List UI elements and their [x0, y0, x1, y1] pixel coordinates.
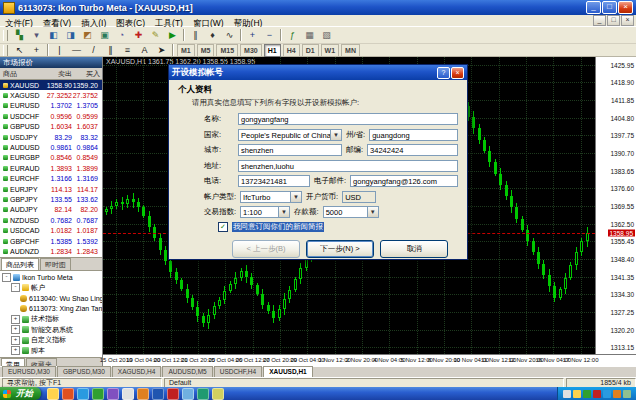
chevron-down-icon[interactable]: ▼	[278, 207, 289, 217]
navigator-node[interactable]: +自定义指标	[2, 335, 102, 346]
chart-tab[interactable]: GBPUSD,M30	[57, 366, 111, 377]
taskbar-app-icon[interactable]	[197, 388, 209, 400]
fibonacci-icon[interactable]: ≡	[119, 42, 136, 58]
child-minimize-button[interactable]: _	[593, 15, 606, 26]
timeframe-button-m5[interactable]: M5	[197, 44, 215, 57]
zoom-in-icon[interactable]: +	[244, 27, 261, 43]
templates-icon[interactable]: ▧	[318, 27, 335, 43]
navigator-node[interactable]: +脚本	[2, 346, 102, 357]
chart-price-axis[interactable]: 1425.951418.901411.851404.801397.751390.…	[595, 57, 636, 354]
market-watch-row[interactable]: EURJPY114.13114.17	[0, 184, 102, 194]
taskbar-app-icon[interactable]	[92, 388, 104, 400]
candlestick-icon[interactable]: ♦	[204, 27, 221, 43]
child-close-button[interactable]: ×	[621, 15, 634, 26]
chevron-down-icon[interactable]: ▼	[290, 192, 301, 202]
chart-tab[interactable]: XAGUSD,H4	[112, 366, 162, 377]
cursor-icon[interactable]: ↖	[11, 42, 28, 58]
taskbar-app-icon[interactable]	[107, 388, 119, 400]
menu-item[interactable]: 工具(T)	[150, 18, 188, 28]
address-field[interactable]: shenzhen,luohu	[238, 160, 458, 172]
restore-button[interactable]: □	[602, 1, 617, 14]
arrows-icon[interactable]: ➤	[153, 42, 170, 58]
tray-icon[interactable]	[593, 390, 601, 398]
navigator-node[interactable]: -帐户	[2, 283, 102, 294]
tray-icon[interactable]	[623, 390, 631, 398]
market-watch-row[interactable]: GBPCHF1.53851.5392	[0, 236, 102, 246]
navigator-node[interactable]: +智能交易系统	[2, 325, 102, 336]
crosshair-icon[interactable]: +	[28, 42, 45, 58]
tree-expand-icon[interactable]: +	[11, 325, 20, 334]
market-watch-row[interactable]: GBPJPY133.55133.62	[0, 194, 102, 204]
data-window-icon[interactable]: ◨	[62, 27, 79, 43]
name-field[interactable]: gongyangfang	[238, 113, 458, 125]
taskbar-app-icon[interactable]	[122, 388, 134, 400]
tray-icon[interactable]	[603, 390, 611, 398]
menu-item[interactable]: 插入(I)	[76, 18, 111, 28]
vertical-line-icon[interactable]: |	[51, 42, 68, 58]
email-field[interactable]: gongyangfang@126.com	[350, 175, 458, 187]
chart-tab[interactable]: XAUUSD,H1	[263, 366, 313, 377]
timeframe-button-m15[interactable]: M15	[216, 44, 238, 57]
navigator-account-item[interactable]: 6113040: Wu Shao Ling	[2, 293, 102, 304]
tray-icon[interactable]	[563, 390, 571, 398]
trendline-icon[interactable]: /	[85, 42, 102, 58]
line-chart-icon[interactable]: ∿	[221, 27, 238, 43]
menu-item[interactable]: 文件(F)	[0, 18, 38, 28]
market-watch-row[interactable]: AUDJPY82.1482.20	[0, 205, 102, 215]
chart-tab[interactable]: EURUSD,M30	[2, 366, 56, 377]
tray-icon[interactable]	[583, 390, 591, 398]
market-watch-row[interactable]: EURUSD1.37021.3705	[0, 101, 102, 111]
next-button[interactable]: 下一步(N) >	[306, 240, 374, 258]
minimize-button[interactable]: _	[586, 1, 601, 14]
dialog-close-icon[interactable]: ×	[451, 67, 464, 79]
dialog-help-button[interactable]: ?	[437, 67, 450, 79]
timeframe-button-m30[interactable]: M30	[240, 44, 262, 57]
channel-icon[interactable]: ∥	[102, 42, 119, 58]
periods-icon[interactable]: ▦	[301, 27, 318, 43]
timeframe-button-m1[interactable]: M1	[177, 44, 195, 57]
newsletter-checkbox-label[interactable]: 我同意订阅你们的新闻简报	[232, 222, 324, 232]
taskbar-app-icon[interactable]	[182, 388, 194, 400]
market-watch-row[interactable]: XAGUSD27.325227.3752	[0, 90, 102, 100]
close-button[interactable]: ×	[618, 1, 633, 14]
city-field[interactable]: shenzhen	[238, 144, 342, 156]
chevron-down-icon[interactable]: ▼	[330, 130, 341, 140]
timeframe-button-mn[interactable]: MN	[341, 44, 360, 57]
newsletter-checkbox[interactable]: ✓	[218, 222, 228, 232]
menu-item[interactable]: 查看(V)	[38, 18, 76, 28]
taskbar-app-icon[interactable]	[47, 388, 59, 400]
navigator-root[interactable]: -Ikon Turbo Meta	[2, 272, 102, 283]
menu-item[interactable]: 图表(C)	[111, 18, 150, 28]
zoom-out-icon[interactable]: −	[261, 27, 278, 43]
market-watch-row[interactable]: AUDNZD1.28341.2843	[0, 246, 102, 256]
indicators-icon[interactable]: ƒ	[284, 27, 301, 43]
metaeditor-icon[interactable]: ✎	[147, 27, 164, 43]
bar-chart-icon[interactable]: ∥	[187, 27, 204, 43]
tray-icon[interactable]	[613, 390, 621, 398]
phone-field[interactable]: 13723421481	[238, 175, 310, 187]
status-profile[interactable]: Default	[164, 378, 564, 388]
state-field[interactable]: guangdong	[369, 129, 458, 141]
tree-expand-icon[interactable]: +	[11, 336, 20, 345]
market-watch-row[interactable]: USDJPY83.2983.32	[0, 132, 102, 142]
market-watch-row[interactable]: EURCHF1.31661.3169	[0, 174, 102, 184]
deposit-select[interactable]: 5000▼	[323, 206, 379, 218]
account-type-select[interactable]: IfcTurbo▼	[240, 191, 302, 203]
navigator-account-item[interactable]: 6113073: Xing Zian Tan	[2, 304, 102, 315]
new-chart-icon[interactable]: ▚	[11, 27, 28, 43]
new-order-icon[interactable]: ✚	[130, 27, 147, 43]
tree-expand-icon[interactable]: -	[11, 283, 20, 292]
taskbar-app-icon[interactable]	[77, 388, 89, 400]
taskbar-app-icon[interactable]	[212, 388, 224, 400]
market-watch-row[interactable]: EURAUD1.38931.3899	[0, 163, 102, 173]
menu-item[interactable]: 帮助(H)	[229, 18, 268, 28]
chart-tab[interactable]: USDCHF,H4	[214, 366, 262, 377]
menu-item[interactable]: 窗口(W)	[188, 18, 229, 28]
timeframe-button-h1[interactable]: H1	[264, 44, 281, 57]
market-watch-row[interactable]: GBPUSD1.60341.6037	[0, 122, 102, 132]
tray-icon[interactable]	[573, 390, 581, 398]
market-watch-row[interactable]: NZDUSD0.76820.7687	[0, 215, 102, 225]
tree-expand-icon[interactable]: +	[11, 315, 20, 324]
timeframe-button-d1[interactable]: D1	[302, 44, 319, 57]
back-button[interactable]: < 上一步(B)	[232, 240, 300, 258]
